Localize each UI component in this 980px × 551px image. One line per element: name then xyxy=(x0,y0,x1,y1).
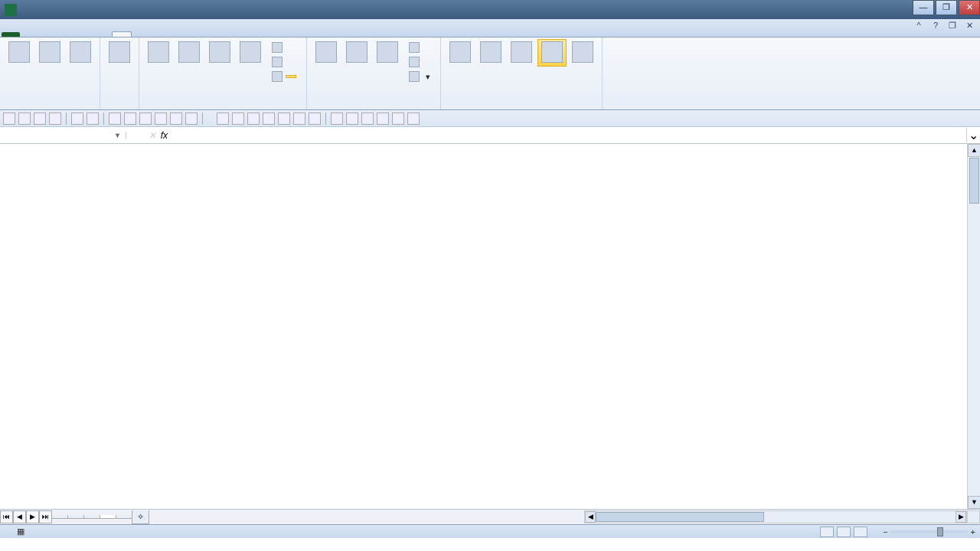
view-break-icon[interactable] xyxy=(854,527,867,537)
new-comment-button[interactable] xyxy=(144,39,173,67)
track-changes-button[interactable]: ▾ xyxy=(405,70,434,83)
new-sheet-button[interactable]: ✧ xyxy=(132,510,149,524)
tab-developer[interactable] xyxy=(150,32,168,37)
qat-paint-icon[interactable] xyxy=(392,112,404,125)
qat-sigma-icon[interactable] xyxy=(331,112,343,125)
close-doc-icon[interactable]: ✕ xyxy=(963,21,975,33)
spreadsheet-grid[interactable]: ▲ ▼ xyxy=(0,144,980,509)
tab-view[interactable] xyxy=(132,32,150,37)
sheet-tab-v2[interactable] xyxy=(67,515,84,519)
restore-doc-icon[interactable]: ❐ xyxy=(946,21,959,33)
view-normal-icon[interactable] xyxy=(820,527,834,537)
scroll-right-icon[interactable]: ▶ xyxy=(956,511,966,523)
view-layout-icon[interactable] xyxy=(837,527,851,537)
scroll-left-icon[interactable]: ◀ xyxy=(585,511,596,523)
sheet-tab-sheet6[interactable] xyxy=(116,515,132,519)
protect-sheet-button[interactable] xyxy=(312,39,341,67)
file-tab[interactable] xyxy=(2,32,20,37)
sheet-tab-economic[interactable] xyxy=(83,515,100,519)
qat-more-icon[interactable] xyxy=(407,112,420,125)
ribbon-review: ▾ xyxy=(0,37,980,110)
sheet-tab-wildcard[interactable] xyxy=(51,515,68,519)
qat-outdent-icon[interactable] xyxy=(309,112,321,125)
qat-text-icon[interactable] xyxy=(361,112,374,125)
resize-grip[interactable] xyxy=(967,510,980,523)
maximize-button[interactable]: ❐ xyxy=(936,0,957,15)
tabnav-first-icon[interactable]: ⏮ xyxy=(0,510,13,523)
status-macro-icon[interactable]: ▦ xyxy=(17,527,24,536)
speak-cells-button[interactable] xyxy=(446,39,475,67)
qat-clear-icon[interactable] xyxy=(170,112,182,125)
scroll-thumb[interactable] xyxy=(969,158,979,204)
on-enter-button[interactable] xyxy=(568,39,597,67)
qat-filter-icon[interactable] xyxy=(155,112,167,125)
horizontal-scrollbar[interactable]: ◀ ▶ xyxy=(584,510,967,523)
tab-page-layout[interactable] xyxy=(57,32,75,37)
qat-align-icon[interactable] xyxy=(247,112,260,125)
help-icon[interactable]: ? xyxy=(929,21,942,33)
title-bar: — ❐ ✕ xyxy=(0,0,980,19)
qat-redo-icon[interactable] xyxy=(87,112,99,125)
sheet-tab-sheet5[interactable] xyxy=(100,515,116,519)
show-all-comments-button[interactable] xyxy=(268,55,300,69)
qat-wrap-icon[interactable] xyxy=(278,112,290,125)
protect-workbook-button[interactable] xyxy=(342,39,371,67)
allow-users-edit-button[interactable] xyxy=(405,55,434,69)
qat-saveas-icon[interactable] xyxy=(49,112,61,125)
qat-indent-icon[interactable] xyxy=(293,112,305,125)
name-box[interactable]: ▼ xyxy=(0,132,126,139)
show-ink-button[interactable] xyxy=(268,70,300,83)
tabnav-next-icon[interactable]: ▶ xyxy=(26,510,39,523)
tab-formulas[interactable] xyxy=(75,32,93,37)
zoom-out-icon[interactable]: − xyxy=(883,527,887,536)
chevron-down-icon[interactable]: ▼ xyxy=(114,132,121,139)
tabnav-prev-icon[interactable]: ◀ xyxy=(13,510,26,523)
scroll-down-icon[interactable]: ▼ xyxy=(968,496,980,509)
tabnav-last-icon[interactable]: ⏭ xyxy=(39,510,52,523)
by-columns-button[interactable] xyxy=(507,39,536,67)
qat-center-icon[interactable] xyxy=(263,112,275,125)
zoom-in-icon[interactable]: + xyxy=(971,527,975,536)
qat-merge-icon[interactable] xyxy=(232,112,244,125)
by-rows-button[interactable] xyxy=(537,39,567,67)
qat-print-icon[interactable] xyxy=(109,112,121,125)
qat-pi-icon[interactable] xyxy=(346,112,358,125)
qat-open-icon[interactable] xyxy=(18,112,31,125)
next-comment-button[interactable] xyxy=(236,39,265,67)
zoom-slider[interactable] xyxy=(891,530,968,533)
tab-acrobat[interactable] xyxy=(187,32,205,37)
spelling-button[interactable] xyxy=(5,39,34,67)
qat-preview-icon[interactable] xyxy=(124,112,136,125)
expand-formula-icon[interactable]: ⌄ xyxy=(966,128,980,142)
qat-sort-icon[interactable] xyxy=(139,112,152,125)
protect-share-workbook-button[interactable] xyxy=(405,41,434,54)
stop-speaking-button[interactable] xyxy=(476,39,505,67)
delete-comment-button[interactable] xyxy=(175,39,204,67)
thesaurus-button[interactable] xyxy=(66,39,95,67)
qat-new-icon[interactable] xyxy=(3,112,15,125)
qat-gridlines-icon[interactable] xyxy=(217,112,229,125)
minimize-ribbon-icon[interactable]: ^ xyxy=(913,21,925,33)
tab-insert[interactable] xyxy=(38,32,57,37)
close-button[interactable]: ✕ xyxy=(959,0,980,15)
translate-button[interactable] xyxy=(105,39,134,67)
vertical-scrollbar[interactable]: ▲ ▼ xyxy=(967,144,980,509)
tab-home[interactable] xyxy=(20,32,38,37)
cancel-formula-icon[interactable]: ✕ xyxy=(149,130,156,141)
research-button[interactable] xyxy=(35,39,64,67)
scroll-up-icon[interactable]: ▲ xyxy=(968,144,980,157)
qat-undo-icon[interactable] xyxy=(71,112,83,125)
qat-camera-icon[interactable] xyxy=(185,112,198,125)
tab-review[interactable] xyxy=(112,31,132,37)
qat-shapes-icon[interactable] xyxy=(377,112,389,125)
tab-data[interactable] xyxy=(93,32,112,37)
previous-comment-button[interactable] xyxy=(205,39,234,67)
hscroll-thumb[interactable] xyxy=(596,512,764,522)
minimize-button[interactable]: — xyxy=(913,0,934,15)
share-workbook-button[interactable] xyxy=(373,39,402,67)
show-hide-comment-button[interactable] xyxy=(268,41,300,54)
tab-powerpivot[interactable] xyxy=(168,32,187,37)
qat-save-icon[interactable] xyxy=(34,112,46,125)
group-language xyxy=(100,37,139,109)
fx-icon[interactable]: fx xyxy=(161,130,168,141)
